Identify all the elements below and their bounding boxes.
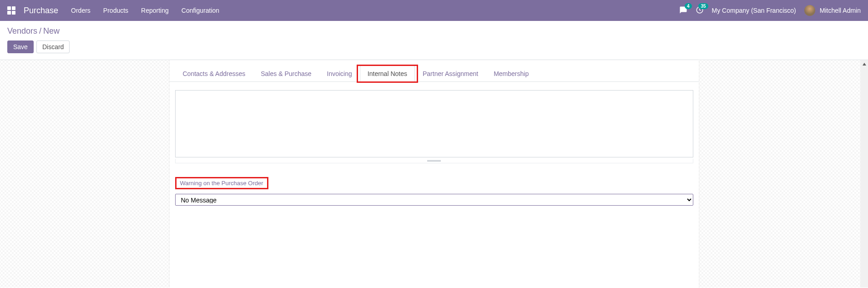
company-selector[interactable]: My Company (San Francisco) <box>712 7 796 14</box>
navbar-menu: Orders Products Reporting Configuration <box>71 7 219 14</box>
control-panel: Vendors/New Save Discard <box>0 21 868 60</box>
scrollbar[interactable] <box>860 60 868 288</box>
internal-notes-textarea[interactable] <box>175 90 693 157</box>
chat-icon[interactable]: 4 <box>679 6 687 15</box>
warning-select[interactable]: No Message <box>175 194 693 206</box>
menu-reporting[interactable]: Reporting <box>141 7 169 14</box>
breadcrumb: Vendors/New <box>7 26 861 36</box>
top-navbar: Purchase Orders Products Reporting Confi… <box>0 0 868 21</box>
activity-icon[interactable]: 35 <box>696 6 704 15</box>
tab-sales-purchase[interactable]: Sales & Purchase <box>253 66 319 82</box>
tab-content: Warning on the Purchase Order No Message <box>170 82 699 214</box>
navbar-right: 4 35 My Company (San Francisco) Mitchell… <box>679 5 861 16</box>
main-wrapper: Contacts & Addresses Sales & Purchase In… <box>0 60 868 288</box>
app-brand[interactable]: Purchase <box>24 6 58 15</box>
warning-section-label: Warning on the Purchase Order <box>175 177 268 189</box>
tab-partner-assignment[interactable]: Partner Assignment <box>415 66 486 82</box>
breadcrumb-parent[interactable]: Vendors <box>7 26 37 35</box>
menu-configuration[interactable]: Configuration <box>182 7 219 14</box>
menu-orders[interactable]: Orders <box>71 7 91 14</box>
breadcrumb-separator: / <box>39 26 41 35</box>
menu-products[interactable]: Products <box>103 7 128 14</box>
action-buttons: Save Discard <box>7 40 861 53</box>
avatar <box>804 5 815 16</box>
tab-invoicing[interactable]: Invoicing <box>319 66 360 82</box>
resize-handle[interactable] <box>175 159 693 163</box>
activity-badge: 35 <box>698 3 708 9</box>
tabs-row: Contacts & Addresses Sales & Purchase In… <box>170 60 699 82</box>
chat-badge: 4 <box>685 3 692 9</box>
user-menu[interactable]: Mitchell Admin <box>804 5 861 16</box>
form-sheet: Contacts & Addresses Sales & Purchase In… <box>170 60 699 288</box>
save-button[interactable]: Save <box>7 40 34 53</box>
user-name: Mitchell Admin <box>820 7 861 14</box>
scrollbar-up-arrow[interactable] <box>860 60 868 68</box>
tab-membership[interactable]: Membership <box>486 66 536 82</box>
tab-internal-notes[interactable]: Internal Notes <box>360 66 415 82</box>
discard-button[interactable]: Discard <box>36 40 70 53</box>
tab-contacts-addresses[interactable]: Contacts & Addresses <box>175 66 253 82</box>
apps-icon[interactable] <box>7 6 15 15</box>
breadcrumb-current: New <box>43 26 60 35</box>
